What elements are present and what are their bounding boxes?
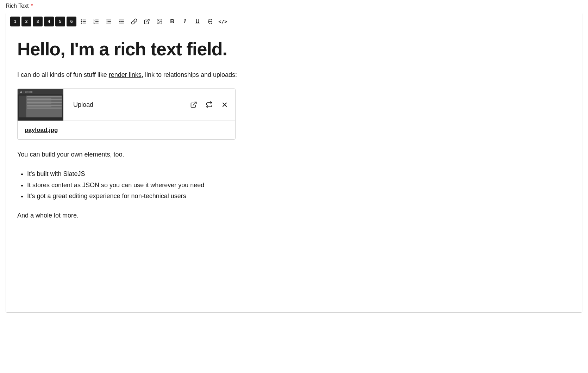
italic-button[interactable]: I [179,16,190,27]
strikethrough-icon [207,18,213,25]
image-button[interactable] [154,16,165,27]
svg-marker-15 [106,21,107,22]
editor-content[interactable]: Hello, I'm a rich text field. I can do a… [6,30,582,312]
content-paragraph-3: And a whole lot more. [17,210,571,221]
list-item: It's got a great editing experience for … [27,191,571,202]
upload-remove-button[interactable] [220,100,230,110]
svg-point-3 [81,19,82,20]
external-link-icon [144,18,150,25]
svg-rect-13 [108,21,111,22]
list-item: It's built with SlateJS [27,169,571,180]
link-button[interactable] [129,16,140,27]
content-paragraph-1: I can do all kinds of fun stuff like ren… [17,70,571,80]
svg-rect-7 [95,21,99,22]
edit-icon [190,101,197,108]
field-label: Rich Text * [6,3,582,9]
swap-icon [206,101,213,108]
h6-button[interactable]: 6 [67,17,76,26]
svg-point-4 [81,21,82,22]
svg-rect-12 [106,20,111,20]
svg-rect-16 [119,20,124,20]
svg-text:3.: 3. [94,22,95,24]
svg-rect-8 [95,23,99,24]
svg-rect-0 [83,20,86,20]
upload-footer: payload.jpg [18,121,235,139]
upload-swap-button[interactable] [204,100,214,110]
unordered-list-button[interactable] [78,16,89,27]
svg-rect-6 [95,20,99,20]
upload-edit-button[interactable] [189,100,199,110]
svg-point-22 [158,20,159,21]
indent-increase-button[interactable] [116,16,127,27]
unordered-list-icon [80,18,87,25]
underline-button[interactable]: U [192,16,203,27]
indent-decrease-icon [106,18,112,25]
upload-info: Upload [68,100,235,110]
content-paragraph-2: You can build your own elements, too. [17,149,571,160]
upload-block: Payload [17,88,236,140]
list-item: It stores content as JSON so you can use… [27,180,571,191]
paragraph-1-text-end: , link to relationships and uploads: [142,71,237,78]
h1-button[interactable]: 1 [10,17,20,26]
svg-marker-24 [20,91,22,93]
editor-toolbar: 1 2 3 4 5 6 1. 2. 3. [6,13,582,30]
h2-button[interactable]: 2 [21,17,31,26]
h3-button[interactable]: 3 [33,17,43,26]
image-icon [156,18,163,25]
indent-decrease-button[interactable] [103,16,114,27]
upload-filename[interactable]: payload.jpg [25,127,58,133]
svg-rect-14 [106,23,111,24]
field-label-text: Rich Text [6,3,29,9]
upload-actions [189,100,230,110]
upload-header: Payload [18,89,235,121]
content-list: It's built with SlateJS It stores conten… [27,169,571,202]
svg-rect-2 [83,23,86,24]
required-indicator: * [31,3,33,9]
thumb-logo-icon [20,90,23,93]
ordered-list-button[interactable]: 1. 2. 3. [90,16,102,27]
svg-rect-1 [83,21,86,22]
rich-text-editor[interactable]: 1 2 3 4 5 6 1. 2. 3. [6,13,582,313]
strikethrough-button[interactable] [205,16,216,27]
content-heading: Hello, I'm a rich text field. [17,39,571,60]
h4-button[interactable]: 4 [44,17,54,26]
render-links-link[interactable]: render links [109,71,142,78]
close-icon [221,101,228,108]
svg-rect-17 [120,21,124,22]
bold-button[interactable]: B [167,16,178,27]
svg-line-25 [193,102,196,105]
link-icon [131,18,137,25]
svg-rect-18 [119,23,124,24]
svg-point-5 [81,23,82,24]
external-link-button[interactable] [141,16,152,27]
svg-marker-19 [119,21,120,22]
code-button[interactable]: </> [217,16,229,27]
indent-increase-icon [118,18,125,25]
h5-button[interactable]: 5 [55,17,65,26]
ordered-list-icon: 1. 2. 3. [93,18,99,25]
upload-thumbnail: Payload [18,89,63,121]
upload-label-text: Upload [73,101,93,109]
paragraph-1-text-start: I can do all kinds of fun stuff like [17,71,109,78]
svg-line-20 [146,19,149,22]
